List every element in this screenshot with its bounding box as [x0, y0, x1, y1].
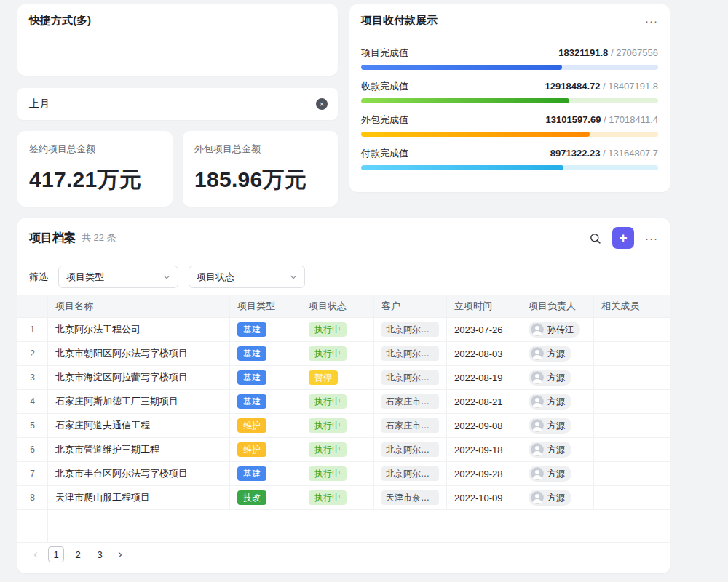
- project-name-cell: 北京阿尔法工程公司: [48, 318, 230, 341]
- status-tag: 执行中: [309, 490, 347, 505]
- stat-card-outsourced-total: 外包项目总金额 185.96万元: [183, 131, 338, 207]
- progress-list: 项目完成值18321191.8 / 27067556收款完成值12918484.…: [349, 36, 670, 170]
- progress-row: 收款完成值12918484.72 / 18407191.8: [361, 80, 658, 103]
- owner-name: 方源: [547, 420, 565, 432]
- start-date-cell: 2022-08-03: [447, 342, 521, 365]
- progress-label: 项目完成值: [361, 47, 408, 60]
- stat-label: 外包项目总金额: [194, 143, 326, 156]
- shortcuts-card: 快捷方式(多): [17, 4, 338, 76]
- type-tag: 基建: [237, 370, 266, 385]
- progress-row: 外包完成值13101597.69 / 17018411.4: [361, 113, 658, 137]
- search-icon[interactable]: [589, 232, 601, 244]
- owner-chip: 方源: [529, 370, 571, 386]
- project-type-filter[interactable]: 项目类型: [58, 266, 178, 288]
- table-title: 项目档案: [29, 231, 76, 246]
- owner-name: 方源: [547, 396, 565, 408]
- customer-cell: 北京阿尔法…: [374, 462, 447, 485]
- payment-card-header: 项目收付款展示 ···: [349, 4, 670, 36]
- row-index: 7: [17, 462, 48, 485]
- project-status-filter[interactable]: 项目状态: [189, 266, 305, 288]
- owner-cell: 方源: [521, 414, 594, 437]
- chevron-down-icon: [290, 274, 297, 281]
- progress-bar: [361, 98, 658, 103]
- customer-tag: 北京阿尔法…: [381, 346, 439, 361]
- more-icon[interactable]: ···: [645, 15, 658, 26]
- table-row[interactable]: 5石家庄阿道夫通信工程维护执行中石家庄市A县2022-09-08方源: [17, 414, 670, 438]
- type-tag: 基建: [237, 346, 266, 361]
- progress-value: 8971322.23 / 13164807.7: [550, 148, 658, 159]
- progress-value: 18321191.8 / 27067556: [558, 47, 658, 58]
- start-date-cell: 2022-09-18: [447, 438, 521, 461]
- owner-chip: 方源: [529, 466, 571, 482]
- progress-label: 收款完成值: [361, 80, 408, 93]
- start-date-cell: 2022-08-19: [447, 366, 521, 389]
- project-name-cell: 北京市管道维护三期工程: [48, 438, 230, 461]
- status-tag: 执行中: [309, 442, 347, 457]
- row-index: 5: [17, 414, 48, 437]
- avatar: [531, 419, 544, 432]
- page-button[interactable]: 3: [92, 546, 108, 562]
- prev-page-icon[interactable]: ‹: [29, 548, 42, 561]
- project-status-cell: 执行中: [301, 318, 374, 341]
- progress-label: 付款完成值: [361, 147, 408, 160]
- owner-cell: 孙传江: [521, 318, 594, 341]
- clear-filter-icon[interactable]: ×: [316, 98, 328, 110]
- owner-cell: 方源: [521, 390, 594, 413]
- owner-chip: 方源: [529, 442, 571, 458]
- project-name-cell: 石家庄阿道夫通信工程: [48, 414, 230, 437]
- project-status-cell: 暂停: [301, 366, 374, 389]
- stat-card-signed-total: 签约项目总金额 417.21万元: [17, 131, 173, 207]
- progress-fill: [361, 132, 590, 137]
- customer-cell: 天津市奈文…: [374, 486, 447, 509]
- table-more-icon[interactable]: ···: [645, 233, 658, 244]
- progress-bar: [361, 165, 658, 170]
- page-button[interactable]: 1: [48, 546, 64, 562]
- customer-cell: 北京阿尔法…: [374, 366, 447, 389]
- members-cell: [594, 318, 670, 341]
- table-actions: + ···: [589, 227, 658, 249]
- customer-cell: 石家庄市A县…: [374, 390, 447, 413]
- table-row[interactable]: 1北京阿尔法工程公司基建执行中北京阿尔法…2023-07-26孙传江: [17, 318, 670, 342]
- table-header: 项目名称 项目类型 项目状态 客户 立项时间 项目负责人 相关成员: [17, 295, 670, 318]
- members-cell: [594, 414, 670, 437]
- owner-chip: 方源: [529, 394, 571, 410]
- table-card-header: 项目档案 共 22 条 + ···: [17, 218, 670, 258]
- table-row[interactable]: 7北京市丰台区阿尔法写字楼项目基建执行中北京阿尔法…2022-09-28方源: [17, 462, 670, 486]
- customer-cell: 北京阿尔法…: [374, 318, 447, 341]
- row-index: 6: [17, 438, 48, 461]
- row-index: 8: [17, 486, 48, 509]
- filter-label: 筛选: [29, 271, 48, 284]
- members-cell: [594, 390, 670, 413]
- page-button[interactable]: 2: [70, 546, 86, 562]
- add-record-button[interactable]: +: [612, 227, 634, 249]
- shortcuts-title: 快捷方式(多): [29, 14, 91, 28]
- shortcuts-card-header: 快捷方式(多): [17, 4, 338, 36]
- table-row[interactable]: 2北京市朝阳区阿尔法写字楼项目基建执行中北京阿尔法…2022-08-03方源: [17, 342, 670, 366]
- column-project-name: 项目名称: [48, 295, 230, 317]
- status-tag: 执行中: [309, 418, 347, 433]
- owner-cell: 方源: [521, 486, 594, 509]
- table-row[interactable]: 8天津市爬山服工程项目技改执行中天津市奈文…2022-10-09方源: [17, 486, 670, 510]
- avatar: [531, 491, 544, 504]
- empty-row: [17, 510, 670, 543]
- dropdown-label: 项目类型: [66, 271, 104, 284]
- table-row[interactable]: 3北京市海淀区阿拉蕾写字楼项目基建暂停北京阿尔法…2022-08-19方源: [17, 366, 670, 390]
- progress-row: 付款完成值8971322.23 / 13164807.7: [361, 147, 658, 170]
- owner-chip: 方源: [529, 490, 571, 506]
- row-index: 1: [17, 318, 48, 341]
- owner-name: 方源: [547, 468, 565, 480]
- date-filter[interactable]: 上月 ×: [17, 88, 338, 120]
- column-members: 相关成员: [594, 295, 670, 317]
- avatar: [531, 395, 544, 408]
- project-type-cell: 维护: [230, 414, 301, 437]
- avatar: [531, 347, 544, 360]
- row-index: 2: [17, 342, 48, 365]
- owner-chip: 孙传江: [529, 322, 580, 338]
- table-row[interactable]: 6北京市管道维护三期工程维护执行中北京阿尔法…2022-09-18方源: [17, 438, 670, 462]
- next-page-icon[interactable]: ›: [114, 548, 127, 561]
- project-status-cell: 执行中: [301, 462, 374, 485]
- table-row[interactable]: 4石家庄阿斯加德工厂三期项目基建执行中石家庄市A县…2022-08-21方源: [17, 390, 670, 414]
- project-type-cell: 技改: [230, 486, 301, 509]
- project-name-cell: 北京市海淀区阿拉蕾写字楼项目: [48, 366, 230, 389]
- status-tag: 执行中: [309, 322, 347, 337]
